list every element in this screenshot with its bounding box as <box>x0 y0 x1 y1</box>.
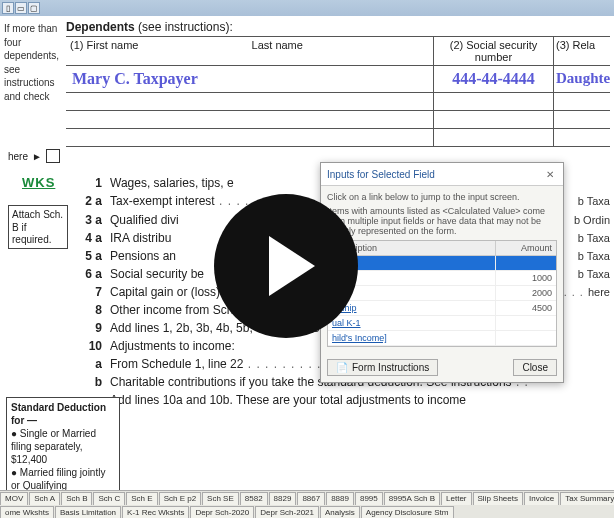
wks-link-1[interactable]: WKS <box>22 175 55 190</box>
col-rel: (3) Rela <box>554 37 610 65</box>
sheet-tab[interactable]: Sch E p2 <box>159 492 201 505</box>
doc-icon: 📄 <box>336 362 348 373</box>
sheet-tab[interactable]: MOV <box>0 492 28 505</box>
sheet-tab[interactable]: Letter <box>441 492 471 505</box>
sheet-tab[interactable]: 8829 <box>269 492 297 505</box>
sheet-tab[interactable]: Depr Sch-2020 <box>190 506 254 519</box>
attach-schb-box: Attach Sch. B if required. <box>8 205 68 249</box>
dependent-rel[interactable]: Daughte <box>554 66 610 92</box>
sheet-tab[interactable]: Sch A <box>29 492 60 505</box>
dependent-ssn[interactable]: 444-44-4444 <box>434 66 554 92</box>
standard-deduction-box: Standard Deduction for — Single or Marri… <box>6 397 120 496</box>
sheet-tab[interactable]: Sch SE <box>202 492 239 505</box>
sheet-tab[interactable]: 8995A Sch B <box>384 492 440 505</box>
win-btn-1[interactable]: ▯ <box>2 2 14 14</box>
popup-row[interactable]: 2000 <box>328 286 556 301</box>
sheet-tabs: MOVSch ASch BSch CSch ESch E p2Sch SE858… <box>0 490 614 518</box>
dependents-heading: Dependents (see instructions): <box>66 20 610 34</box>
window-titlebar: ▯ ▭ ▢ <box>0 0 614 16</box>
dependent-name[interactable]: Mary C. Taxpayer <box>66 66 434 92</box>
col-ssn: (2) Social security number <box>434 37 554 65</box>
sheet-tab[interactable]: 8995 <box>355 492 383 505</box>
popup-row[interactable]: 1000 <box>328 271 556 286</box>
sheet-tab[interactable]: Analysis <box>320 506 360 519</box>
col-first-last: (1) First name Last name <box>66 37 434 65</box>
sheet-tab[interactable]: 8867 <box>297 492 325 505</box>
dependent-row[interactable]: Mary C. Taxpayer 444-44-4444 Daughte <box>66 65 610 92</box>
popup-title: Inputs for Selected Field <box>327 169 435 180</box>
sheet-tab[interactable]: Slip Sheets <box>473 492 523 505</box>
popup-hint1: Click on a link below to jump to the inp… <box>327 192 557 202</box>
sheet-tab[interactable]: 8582 <box>240 492 268 505</box>
sheet-tab[interactable]: Depr Sch-2021 <box>255 506 319 519</box>
sheet-tab[interactable]: Tax Summary <box>560 492 614 505</box>
close-icon[interactable]: ✕ <box>543 167 557 181</box>
popup-row[interactable]: W-2 <box>328 256 556 271</box>
popup-grid: Description Amount W-210002000ership4500… <box>327 240 557 347</box>
popup-row[interactable]: ership4500 <box>328 301 556 316</box>
popup-row[interactable]: ual K-1 <box>328 316 556 331</box>
sheet-tab[interactable]: 8889 <box>326 492 354 505</box>
close-button[interactable]: Close <box>513 359 557 376</box>
win-btn-2[interactable]: ▭ <box>15 2 27 14</box>
play-icon[interactable] <box>214 194 358 338</box>
triangle-icon: ► <box>32 151 42 162</box>
sheet-tab[interactable]: Agency Disclosure Stm <box>361 506 454 519</box>
sheet-tab[interactable]: ome Wkshts <box>0 506 54 519</box>
dependents-checkbox[interactable] <box>46 149 60 163</box>
sheet-tab[interactable]: Basis Limitation <box>55 506 121 519</box>
sheet-tab[interactable]: Sch B <box>61 492 92 505</box>
sheet-tab[interactable]: Sch E <box>126 492 157 505</box>
sheet-tab[interactable]: Invoice <box>524 492 559 505</box>
dependents-sidenote: If more than four dependents, see instru… <box>4 20 66 103</box>
here-label: here <box>8 151 28 162</box>
sheet-tab[interactable]: Sch C <box>93 492 125 505</box>
popup-row[interactable]: hild's Income] <box>328 331 556 346</box>
form-instructions-button[interactable]: 📄 Form Instructions <box>327 359 438 376</box>
sheet-tab[interactable]: K-1 Rec Wkshts <box>122 506 189 519</box>
popup-hint2: Items with amounts listed as <Calculated… <box>327 206 557 236</box>
win-btn-3[interactable]: ▢ <box>28 2 40 14</box>
